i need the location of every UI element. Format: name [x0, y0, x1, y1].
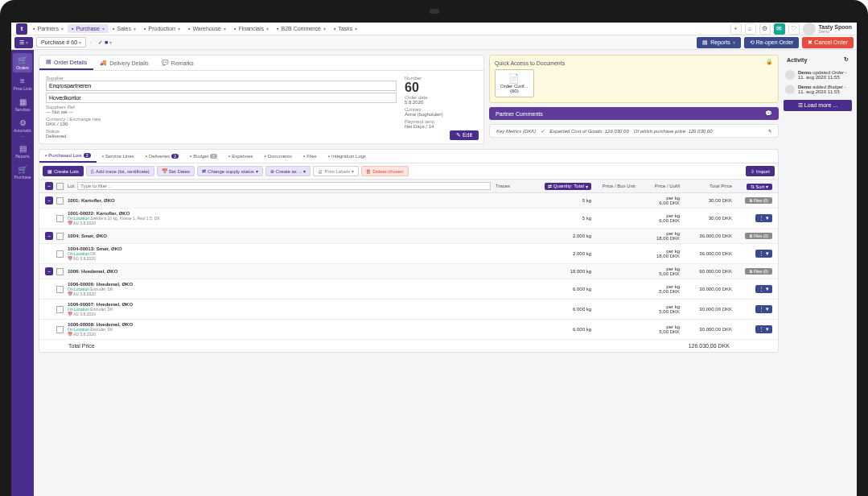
cancel-order-button[interactable]: ✖ Cancel Order [802, 37, 854, 48]
lot-filter-input[interactable] [77, 182, 491, 190]
reports-button[interactable]: ▤ Reports ▾ [697, 37, 741, 48]
sidebar-purchase[interactable]: 🛒Purchase [13, 163, 32, 182]
document-card[interactable]: 📄 Order Conf... (60) [495, 69, 534, 97]
files-button[interactable]: 🗎 Files (0) [745, 233, 772, 239]
import-button[interactable]: ⇩ Import [746, 166, 775, 176]
gridtab-files[interactable]: ▪ Files [298, 150, 323, 163]
expand-row-button[interactable]: − [45, 267, 53, 275]
avatar [803, 23, 816, 35]
nav-sales[interactable]: ▪ Sales ▾ [109, 24, 140, 33]
set-dates-button[interactable]: 📅 Set Dates [157, 166, 195, 176]
back-button[interactable]: ☰ ▾ [14, 37, 33, 48]
row-checkbox[interactable] [56, 215, 64, 222]
activity-item: Demo updated Order - 11. aug 2020 11:55 [784, 68, 852, 82]
edit-button[interactable]: ✎ Edit [450, 130, 479, 140]
tab-remarks[interactable]: 💬 Remarks [155, 56, 200, 70]
gear-icon[interactable]: ⚙ [759, 23, 771, 35]
create-as-button[interactable]: ⊕ Create as ... ▾ [265, 166, 311, 176]
row-checkbox[interactable] [56, 233, 64, 240]
gridtab-integration-logs[interactable]: ▪ Integration Logs [323, 150, 372, 163]
context-toolbar: ☰ ▾ Purchase # 60 ▾ · ✓ ■ ▾ ▤ Reports ▾ … [11, 35, 857, 50]
gridtab-service-lines[interactable]: ▪ Service Lines [97, 150, 140, 163]
delete-chosen-button[interactable]: 🗑 Delete chosen [361, 166, 408, 176]
nav-purchase[interactable]: ▪ Purchase ▾ [68, 24, 109, 33]
row-checkbox[interactable] [56, 286, 64, 293]
sidebar-reports[interactable]: ▤Reports [13, 142, 32, 161]
nav-tasks[interactable]: ▪ Tasks ▾ [330, 24, 361, 33]
order-number: 60 [405, 81, 477, 95]
partner-comments-bar[interactable]: Partner Comments 💬 [489, 107, 779, 120]
metrics-edit-icon[interactable]: ✎ [767, 128, 771, 134]
check-button[interactable]: ✓ ■ ▾ [94, 38, 116, 48]
activity-refresh-icon[interactable]: ↻ [844, 56, 849, 63]
add-trace-button[interactable]: ⎙ Add trace (lot, certificate) [86, 166, 154, 176]
currency-value: DKK / 100 [46, 122, 397, 126]
expand-row-button[interactable]: − [45, 232, 53, 240]
user-menu[interactable]: Tasty Spoon Demo [803, 23, 852, 35]
supplier-field[interactable] [46, 81, 397, 91]
payment-value: Net Days / 14 [405, 124, 477, 129]
col-traces-label: Traces [493, 184, 537, 188]
search-icon[interactable]: ⌕ [745, 23, 756, 35]
nav-production[interactable]: ▪ Production ▾ [140, 24, 184, 33]
create-lots-button[interactable]: ▦ Create Lots [43, 166, 84, 176]
quantity-toggle[interactable]: ⇄ Quantity: Total ▾ [545, 183, 591, 190]
nav-financials[interactable]: ▪ Financials ▾ [230, 24, 273, 33]
col-pbox-label: Price / Box Unit [594, 184, 638, 188]
supplier2-field[interactable] [46, 93, 397, 103]
sidebar-price-lists[interactable]: ≡Price Lists [13, 74, 32, 93]
row-checkbox[interactable] [56, 326, 64, 333]
gridtab-deliveries[interactable]: ▪ Deliveries 2 [140, 150, 184, 163]
gridtab-documents[interactable]: ▪ Documents [259, 150, 298, 163]
row-menu-button[interactable]: ⋮ ▾ [755, 325, 772, 333]
change-supply-button[interactable]: ⇄ Change supply status ▾ [197, 166, 263, 176]
table-row-parent: −1006: Hvedemel, ØKO18.000 kgper kg5,00 … [39, 264, 778, 279]
left-sidebar: 🛒Orders≡Price Lists▦Services⚙Automatic .… [11, 50, 34, 496]
nav-partners[interactable]: ▪ Partners ▾ [29, 24, 68, 33]
total-row: Total Price 126.030,00 DKK [39, 340, 778, 352]
gridtab-expenses[interactable]: ▪ Expenses [223, 150, 259, 163]
nav-warehouse[interactable]: ▪ Warehouse ▾ [184, 24, 230, 33]
sidebar-automatic-[interactable]: ⚙Automatic ... [13, 116, 32, 140]
table-row-child: 1006-00008: Hvedemel, ØKOOn Location Ext… [39, 320, 778, 340]
expand-row-button[interactable]: − [45, 196, 53, 205]
gridtab-purchased-lots[interactable]: ▪ Purchased Lots 3 [39, 150, 97, 163]
sidebar-orders[interactable]: 🛒Orders [13, 53, 32, 72]
table-row-child: 1001-00022: Kartofler, ØKOOn Location Sæ… [39, 209, 778, 229]
activity-item: Demo added Budget - 11. aug 2020 11:55 [784, 82, 852, 97]
row-checkbox[interactable] [56, 268, 64, 275]
breadcrumb[interactable]: Purchase # 60 ▾ [36, 37, 86, 48]
expand-all-button[interactable]: − [45, 182, 53, 190]
gridtab-budget[interactable]: ▪ Budget 0 [184, 150, 223, 163]
row-checkbox[interactable] [56, 197, 64, 205]
select-all-checkbox[interactable] [56, 183, 64, 190]
files-button[interactable]: 🗎 Files (0) [745, 268, 772, 275]
row-menu-button[interactable]: ⋮ ▾ [755, 214, 772, 222]
print-labels-button[interactable]: 🖨 Print Labels ▾ [313, 166, 359, 176]
sidebar-services[interactable]: ▦Services [13, 95, 32, 114]
activity-title: Activity [787, 57, 807, 63]
table-row-child: 1004-00013: Smør, ØKOOn Location DK📅 AD … [39, 244, 778, 264]
chat-bubble-icon: 💬 [765, 110, 772, 117]
tab-order-details[interactable]: ▤ Order Details [39, 56, 93, 70]
row-menu-button[interactable]: ⋮ ▾ [755, 285, 772, 293]
tab-delivery-details[interactable]: 🚚 Delivery Details [93, 56, 155, 70]
files-button[interactable]: 🗎 Files (0) [745, 197, 772, 204]
row-menu-button[interactable]: ⋮ ▾ [755, 305, 772, 313]
app-logo[interactable]: t [16, 23, 27, 35]
bell-icon[interactable]: ♡ [788, 23, 800, 35]
lock-icon[interactable]: 🔒 [766, 59, 773, 65]
row-checkbox[interactable] [56, 250, 64, 258]
chat-icon[interactable]: ✉ [774, 23, 785, 35]
reopen-order-button[interactable]: ⟲ Re-open Order [744, 37, 800, 48]
user-role: Demo [819, 30, 852, 34]
table-row-parent: −1004: Smør, ØKO2.000 kgper kg18,00 DKK3… [39, 229, 778, 244]
nav-b2b-commerce[interactable]: ▪ B2B Commerce ▾ [273, 24, 330, 33]
col-lot-label: Lot [68, 184, 74, 188]
sort-button[interactable]: ⇅ Sort ▾ [747, 184, 772, 190]
row-checkbox[interactable] [56, 306, 64, 313]
add-icon[interactable]: + [730, 23, 742, 35]
row-menu-button[interactable]: ⋮ ▾ [755, 250, 772, 258]
table-row-child: 1006-00007: Hvedemel, ØKOOn Location Ext… [39, 300, 778, 320]
load-more-button[interactable]: ☰ Load more ... [784, 100, 852, 111]
